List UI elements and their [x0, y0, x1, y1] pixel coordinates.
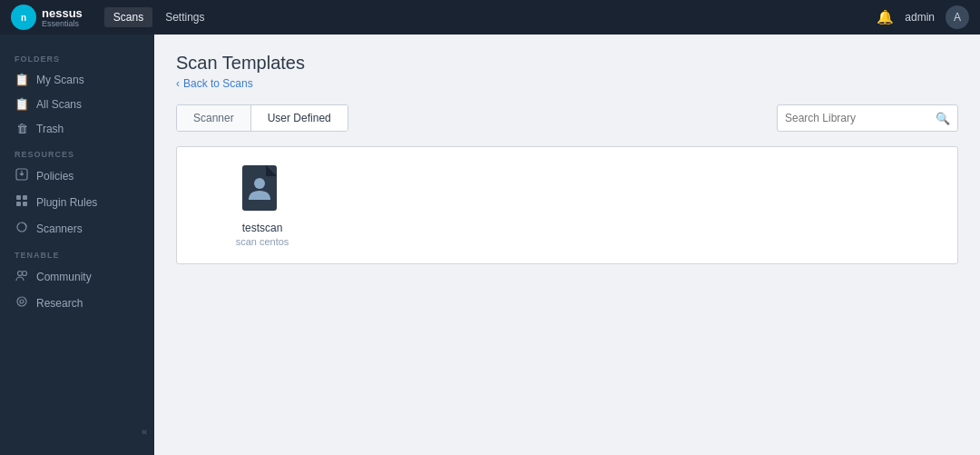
topnav-right: 🔔 admin A: [877, 5, 969, 29]
scanners-icon: [15, 221, 29, 236]
template-card-desc: scan centos: [236, 236, 289, 247]
policies-label: Policies: [36, 170, 74, 183]
template-file-icon: [240, 163, 284, 214]
sidebar-item-all-scans[interactable]: 📋 All Scans: [0, 92, 154, 116]
svg-rect-3: [16, 195, 21, 200]
nav-links: Scans Settings: [104, 7, 877, 27]
community-icon: [15, 269, 29, 284]
logo-icon: n: [11, 5, 36, 30]
tabs: Scanner User Defined: [176, 104, 348, 132]
sidebar: FOLDERS 📋 My Scans 📋 All Scans 🗑 Trash R…: [0, 35, 154, 455]
svg-point-13: [254, 178, 265, 189]
svg-point-8: [18, 272, 23, 276]
search-library-box[interactable]: 🔍: [777, 104, 958, 132]
plugin-rules-label: Plugin Rules: [36, 196, 97, 209]
logo[interactable]: n nessus Essentials: [11, 5, 83, 30]
my-scans-icon: 📋: [15, 73, 29, 86]
collapse-button[interactable]: «: [142, 426, 147, 437]
svg-rect-6: [23, 202, 27, 206]
community-label: Community: [36, 271, 92, 283]
my-scans-label: My Scans: [36, 74, 84, 86]
template-grid: testscan scan centos: [176, 146, 958, 264]
svg-point-11: [20, 300, 24, 303]
sidebar-item-research[interactable]: Research: [0, 290, 154, 316]
all-scans-icon: 📋: [15, 97, 29, 111]
svg-rect-4: [23, 195, 27, 200]
all-scans-label: All Scans: [36, 98, 82, 111]
research-label: Research: [36, 297, 83, 310]
top-navigation: n nessus Essentials Scans Settings 🔔 adm…: [0, 0, 980, 35]
svg-rect-5: [16, 202, 21, 206]
bell-icon[interactable]: 🔔: [877, 9, 894, 25]
policies-icon: [15, 168, 29, 183]
page-title: Scan Templates: [176, 53, 958, 74]
back-chevron-icon: ‹: [176, 77, 180, 90]
tab-scanner[interactable]: Scanner: [177, 105, 251, 131]
main-layout: FOLDERS 📋 My Scans 📋 All Scans 🗑 Trash R…: [0, 35, 980, 455]
username-label: admin: [905, 11, 935, 24]
back-to-scans-link[interactable]: ‹ Back to Scans: [176, 77, 958, 90]
tenable-section-label: TENABLE: [0, 242, 154, 263]
folders-section-label: FOLDERS: [0, 45, 154, 67]
tabs-search-row: Scanner User Defined 🔍: [176, 104, 958, 132]
resources-section-label: RESOURCES: [0, 141, 154, 163]
sidebar-item-plugin-rules[interactable]: Plugin Rules: [0, 189, 154, 215]
template-card-name: testscan: [242, 222, 283, 234]
search-library-input[interactable]: [785, 112, 930, 124]
sidebar-item-policies[interactable]: Policies: [0, 163, 154, 189]
sidebar-item-scanners[interactable]: Scanners: [0, 215, 154, 242]
tab-user-defined[interactable]: User Defined: [251, 105, 348, 131]
sidebar-bottom: «: [0, 419, 154, 444]
svg-text:n: n: [21, 13, 26, 23]
nav-settings[interactable]: Settings: [156, 7, 213, 27]
sidebar-item-trash[interactable]: 🗑 Trash: [0, 116, 154, 141]
sidebar-item-my-scans[interactable]: 📋 My Scans: [0, 67, 154, 92]
research-icon: [15, 295, 29, 311]
user-avatar[interactable]: A: [946, 5, 969, 29]
svg-point-10: [17, 297, 26, 306]
trash-label: Trash: [36, 123, 64, 135]
logo-text: nessus Essentials: [42, 7, 83, 28]
trash-icon: 🗑: [15, 122, 29, 135]
search-icon: 🔍: [936, 112, 950, 125]
sidebar-item-community[interactable]: Community: [0, 263, 154, 290]
template-card-testscan[interactable]: testscan scan centos: [181, 151, 344, 260]
plugin-rules-icon: [15, 194, 29, 210]
scanners-label: Scanners: [36, 223, 83, 235]
back-link-label: Back to Scans: [183, 77, 253, 90]
main-content: Scan Templates ‹ Back to Scans Scanner U…: [154, 35, 980, 455]
nav-scans[interactable]: Scans: [104, 7, 152, 27]
svg-point-9: [23, 272, 27, 276]
